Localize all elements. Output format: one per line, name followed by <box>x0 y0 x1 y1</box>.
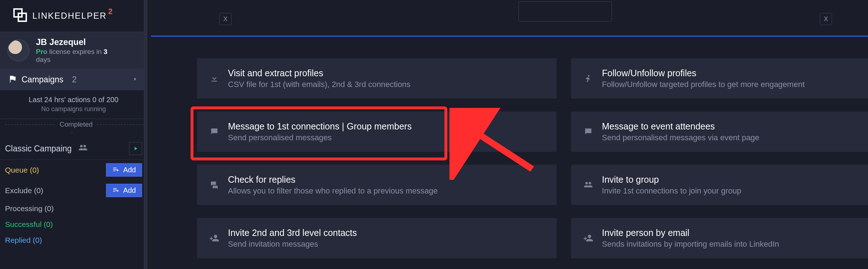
play-button[interactable] <box>129 142 142 155</box>
avatar <box>7 39 29 61</box>
profile-block[interactable]: JB Jezequel Pro license expires in 3 day… <box>0 32 147 69</box>
chat-icon <box>206 180 222 190</box>
profile-license: Pro license expires in 3 days <box>36 48 108 64</box>
campaign-header[interactable]: Classic Campaing <box>0 138 147 160</box>
filter-exclude[interactable]: Exclude (0) <box>5 186 43 195</box>
card-message-1st-connections[interactable]: Message to 1st connections | Group membe… <box>197 111 557 152</box>
chevron-right-icon <box>132 76 138 84</box>
filter-replied[interactable]: Replied (0) <box>5 236 42 245</box>
group-icon <box>580 180 596 190</box>
card-sub: Send invitation messages <box>228 240 357 249</box>
filter-successful-row: Successful (0) <box>0 216 147 232</box>
pro-tag: Pro <box>36 48 47 55</box>
sidebar: LINKEDHELPER 2 JB Jezequel Pro license e… <box>0 0 147 269</box>
list-add-icon <box>112 166 119 174</box>
card-sub: Follow/Unfollow targeted profiles to get… <box>602 80 805 89</box>
filter-queue[interactable]: Queue (0) <box>5 166 39 174</box>
card-title: Follow/Unfollow profiles <box>602 68 805 78</box>
filter-queue-row: Queue (0) Add <box>0 160 147 180</box>
card-visit-profiles[interactable]: Visit and extract profiles CSV file for … <box>197 58 557 99</box>
card-sub: Send personalised messages <box>228 133 412 142</box>
card-sub: Send personalised messages via event pag… <box>602 133 759 142</box>
action-cards-grid: Visit and extract profiles CSV file for … <box>151 37 868 258</box>
card-invite-2nd-3rd[interactable]: Invite 2nd and 3rd level contacts Send i… <box>197 218 557 258</box>
expiry-days: 3 <box>104 48 108 55</box>
card-message-event-attendees[interactable]: Message to event attendees Send personal… <box>571 111 868 152</box>
workflow-strip: X X <box>151 0 868 37</box>
brand-logo: LINKEDHELPER 2 <box>0 0 147 32</box>
card-sub: Allows you to filter those who replied t… <box>228 186 438 196</box>
card-title: Invite 2nd and 3rd level contacts <box>228 228 357 238</box>
card-sub: Invite 1st connections to join your grou… <box>602 186 741 196</box>
download-icon <box>206 74 222 83</box>
sidebar-scrollbar[interactable] <box>144 0 147 269</box>
brand-superscript: 2 <box>108 7 113 16</box>
nav-campaigns-count: 2 <box>72 75 77 85</box>
close-node-left[interactable]: X <box>219 13 232 25</box>
filter-replied-row: Replied (0) <box>0 232 147 245</box>
main-area: X X Visit and extract profiles CSV file … <box>151 0 868 269</box>
card-title: Message to event attendees <box>602 121 759 132</box>
person-add-icon <box>206 233 222 243</box>
card-title: Visit and extract profiles <box>228 68 410 78</box>
message-icon <box>206 127 222 136</box>
close-node-right[interactable]: X <box>820 13 832 25</box>
stats-line: Last 24 hrs' actions 0 of 200 <box>4 96 143 104</box>
nav-campaigns-label: Campaigns <box>22 75 63 85</box>
card-title: Invite to group <box>602 174 741 185</box>
card-title: Invite person by email <box>602 228 779 238</box>
card-sub: Sends invitations by importing emails in… <box>602 240 779 249</box>
people-icon <box>78 143 88 154</box>
nav-campaigns[interactable]: Campaigns 2 <box>0 69 147 91</box>
card-check-replies[interactable]: Check for replies Allows you to filter t… <box>197 165 557 205</box>
completed-separator: Completed <box>0 119 147 138</box>
flag-icon <box>9 75 17 85</box>
filter-successful[interactable]: Successful (0) <box>5 220 53 229</box>
profile-name: JB Jezequel <box>36 37 108 47</box>
card-invite-group[interactable]: Invite to group Invite 1st connections t… <box>571 165 868 205</box>
card-sub: CSV file for 1st (with emails), 2nd & 3r… <box>228 80 410 89</box>
days-word: days <box>36 56 108 64</box>
card-title: Check for replies <box>228 174 438 185</box>
card-invite-by-email[interactable]: Invite person by email Sends invitations… <box>571 218 868 258</box>
filter-processing-row: Processing (0) <box>0 201 147 216</box>
filter-exclude-row: Exclude (0) Add <box>0 180 147 201</box>
card-follow-profiles[interactable]: Follow/Unfollow profiles Follow/Unfollow… <box>571 58 868 99</box>
card-title: Message to 1st connections | Group membe… <box>228 121 412 132</box>
run-icon <box>580 73 596 83</box>
message-icon <box>580 127 596 136</box>
stats-block: Last 24 hrs' actions 0 of 200 No campaig… <box>0 91 147 119</box>
brand-word: LINKEDHELPER <box>32 11 107 21</box>
workflow-node[interactable] <box>518 1 612 22</box>
stats-sub: No campaigns running <box>4 105 143 113</box>
add-exclude-button[interactable]: Add <box>106 184 142 197</box>
add-queue-button[interactable]: Add <box>106 163 142 177</box>
campaign-title: Classic Campaing <box>5 144 72 154</box>
person-add-icon <box>580 233 596 243</box>
filter-processing[interactable]: Processing (0) <box>5 204 54 213</box>
brand-mark-icon <box>13 8 27 24</box>
list-add-icon <box>112 186 119 195</box>
